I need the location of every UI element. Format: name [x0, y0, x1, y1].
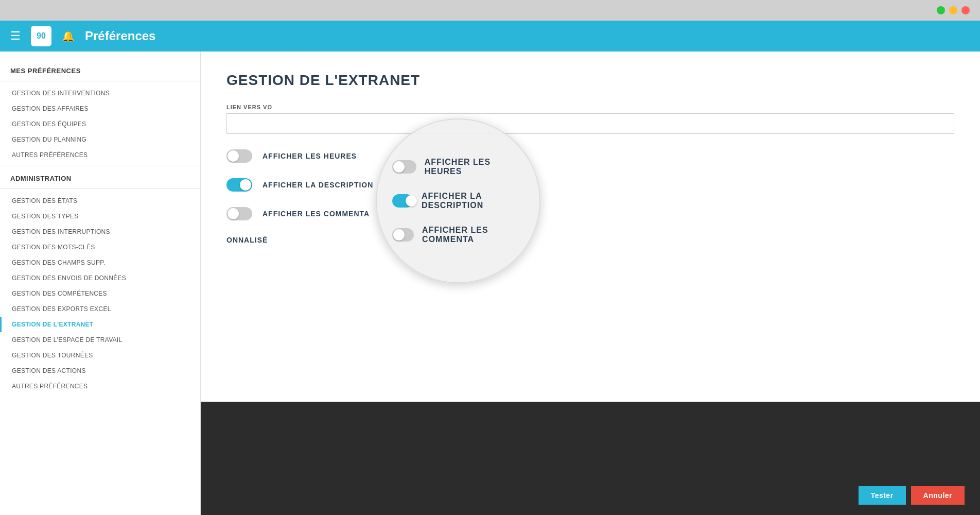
- mag-toggle-heures[interactable]: [392, 160, 416, 174]
- toggle-label-heures: AFFICHER LES HEURES: [262, 152, 357, 160]
- mag-label-description: AFFICHER LA DESCRIPTION: [422, 192, 524, 210]
- sidebar-divider-3: [0, 188, 200, 189]
- mag-label-commentaires: AFFICHER LES COMMENTA: [422, 226, 524, 244]
- content-area: GESTION DE L'EXTRANET LIEN VERS VO AFFIC…: [201, 52, 980, 515]
- sidebar-item-tournees[interactable]: GESTION DES TOURNÉES: [0, 348, 200, 363]
- mag-toggle-row-heures: AFFICHER LES HEURES: [392, 158, 524, 176]
- mag-label-heures: AFFICHER LES HEURES: [425, 158, 524, 176]
- toggle-label-commentaires: AFFICHER LES COMMENTA: [262, 210, 370, 218]
- sidebar-item-autres-admin[interactable]: AUTRES PRÉFÉRENCES: [0, 379, 200, 394]
- sidebar: MES PRÉFÉRENCES GESTION DES INTERVENTION…: [0, 52, 201, 515]
- toggle-row-heures: AFFICHER LES HEURES: [226, 149, 954, 163]
- tester-button[interactable]: Tester: [859, 486, 906, 505]
- field-label-lien: LIEN VERS VO: [226, 104, 954, 110]
- sidebar-item-mots-cles[interactable]: GESTION DES MOTS-CLÉS: [0, 239, 200, 255]
- mag-toggle-row-commentaires: AFFICHER LES COMMENTA: [392, 226, 524, 244]
- sidebar-item-types[interactable]: GESTION DES TYPES: [0, 209, 200, 224]
- mag-toggle-commentaires[interactable]: [392, 228, 414, 242]
- sidebar-section-admin: ADMINISTRATION: [0, 169, 200, 186]
- toggle-row-description: AFFICHER LA DESCRIPTION: [226, 178, 954, 192]
- nav-title: Préférences: [85, 29, 155, 43]
- hamburger-icon[interactable]: ☰: [10, 29, 21, 43]
- mag-toggle-heures-knob: [393, 161, 405, 173]
- toggle-label-personnalise: ONNALISÉ: [226, 236, 268, 244]
- bell-icon[interactable]: 🔔: [62, 30, 75, 42]
- annuler-button[interactable]: Annuler: [911, 486, 965, 505]
- sidebar-item-actions[interactable]: GESTION DES ACTIONS: [0, 363, 200, 379]
- toggle-row-commentaires: AFFICHER LES COMMENTA: [226, 207, 954, 220]
- page-title: GESTION DE L'EXTRANET: [226, 72, 954, 89]
- sidebar-item-envois[interactable]: GESTION DES ENVOIS DE DONNÉES: [0, 270, 200, 286]
- logo: 90: [31, 26, 51, 46]
- sidebar-item-champs-supp[interactable]: GESTION DES CHAMPS SUPP.: [0, 255, 200, 270]
- bottom-bar: Tester Annuler: [859, 486, 965, 505]
- main-layout: MES PRÉFÉRENCES GESTION DES INTERVENTION…: [0, 52, 980, 515]
- toggle-heures[interactable]: [226, 149, 252, 163]
- sidebar-section-mes: MES PRÉFÉRENCES: [0, 62, 200, 79]
- sidebar-item-interruptions[interactable]: GESTION DES INTERRUPTIONS: [0, 224, 200, 239]
- traffic-light-yellow[interactable]: [949, 6, 957, 14]
- mag-toggle-commentaires-knob: [393, 229, 405, 241]
- toggle-heures-knob: [227, 150, 239, 162]
- mag-toggle-row-description: AFFICHER LA DESCRIPTION: [392, 192, 524, 210]
- sidebar-item-competences[interactable]: GESTION DES COMPÉTENCES: [0, 286, 200, 301]
- traffic-light-green[interactable]: [937, 6, 945, 14]
- sidebar-divider-2: [0, 165, 200, 165]
- toggle-label-description: AFFICHER LA DESCRIPTION: [262, 181, 373, 189]
- toggle-commentaires-knob: [227, 208, 239, 219]
- lien-input[interactable]: [226, 113, 954, 134]
- toggle-description-knob: [240, 179, 251, 191]
- traffic-light-red[interactable]: [961, 6, 970, 14]
- sidebar-item-exports-excel[interactable]: GESTION DES EXPORTS EXCEL: [0, 301, 200, 317]
- mag-toggle-description[interactable]: [392, 194, 413, 208]
- sidebar-item-affaires[interactable]: GESTION DES AFFAIRES: [0, 101, 200, 116]
- mag-toggle-description-knob: [406, 195, 417, 207]
- sidebar-item-planning[interactable]: GESTION DU PLANNING: [0, 132, 200, 147]
- sidebar-item-etats[interactable]: GESTION DES ÉTATS: [0, 193, 200, 209]
- sidebar-item-equipes[interactable]: GESTION DES ÉQUIPES: [0, 116, 200, 132]
- toggle-description[interactable]: [226, 178, 252, 192]
- sidebar-item-autres-mes[interactable]: AUTRES PRÉFÉRENCES: [0, 147, 200, 163]
- magnifier-circle: AFFICHER LES HEURES AFFICHER LA DESCRIPT…: [376, 118, 540, 283]
- top-nav: ☰ 90 🔔 Préférences: [0, 21, 980, 52]
- sidebar-divider-1: [0, 81, 200, 81]
- sidebar-item-espace-travail[interactable]: GESTION DE L'ESPACE DE TRAVAIL: [0, 332, 200, 348]
- toggle-commentaires[interactable]: [226, 207, 252, 220]
- sidebar-item-extranet[interactable]: GESTION DE L'EXTRANET: [0, 317, 200, 332]
- title-bar: [0, 0, 980, 21]
- toggle-row-personnalise: ONNALISÉ: [226, 236, 954, 244]
- sidebar-item-interventions[interactable]: GESTION DES INTERVENTIONS: [0, 85, 200, 101]
